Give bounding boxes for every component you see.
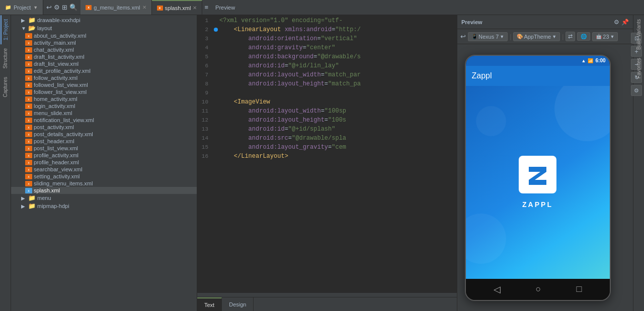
- xml-icon-post-list: x: [25, 146, 32, 151]
- xml-icon-activity-main: x: [25, 40, 32, 46]
- tree-item-about-us[interactable]: x about_us_activity.xml: [11, 32, 197, 39]
- code-line-3: 3 android:orientation="vertical": [197, 34, 457, 43]
- tree-item-chat-label: chat_activity.xml: [34, 47, 74, 53]
- project-tab[interactable]: 📁 Project ▼: [0, 0, 43, 15]
- tree-item-home[interactable]: x home_activity.xml: [11, 95, 197, 102]
- nav-back-icon[interactable]: ◁: [494, 284, 501, 295]
- toolbar-icon-3[interactable]: ⊞: [62, 4, 67, 11]
- code-line-9: 9: [197, 88, 457, 97]
- left-tab-captures[interactable]: Captures: [1, 73, 10, 101]
- code-line-11: 11 android:layout_width="100sp: [197, 107, 457, 116]
- bottom-tab-design[interactable]: Design: [222, 297, 254, 311]
- editor-tab-splash-close[interactable]: ✕: [193, 5, 197, 11]
- code-line-12: 12 android:layout_height="100s: [197, 116, 457, 125]
- toolbar-icon-4[interactable]: 🔍: [69, 4, 77, 11]
- preview-sep2: |: [562, 33, 564, 40]
- api-selector[interactable]: 🤖 23 ▼: [592, 32, 618, 41]
- xml-icon-chat: x: [25, 47, 32, 53]
- tree-item-mipmap-hdpi[interactable]: ▶ 📁 mipmap-hdpi: [11, 202, 197, 210]
- tree-item-followed-list-label: followed_list_view.xml: [34, 82, 88, 88]
- editor-tab-g-menu[interactable]: x g_menu_items.xml ✕: [80, 0, 151, 15]
- preview-zoom-out[interactable]: −: [631, 59, 633, 70]
- tree-item-splash[interactable]: x splash.xml: [11, 187, 197, 194]
- right-tab-build-variants[interactable]: Build Variants: [634, 15, 643, 54]
- tree-item-draft-list-act-label: draft_list_activity.xml: [34, 54, 85, 60]
- code-line-14: 14 android:src="@drawable/spla: [197, 134, 457, 143]
- tree-item-post-list[interactable]: x post_list_view.xml: [11, 145, 197, 152]
- tree-item-sliding-menu[interactable]: x sliding_menu_items.xml: [11, 180, 197, 187]
- xml-icon-menu-slide: x: [25, 111, 32, 116]
- right-tab-favorites[interactable]: Favorites: [634, 54, 643, 82]
- tablet-icon: 📱: [471, 34, 477, 39]
- preview-header-icons: ⚙ 📌: [614, 19, 629, 26]
- xml-icon-about-us: x: [25, 33, 32, 39]
- tree-item-chat[interactable]: x chat_activity.xml: [11, 46, 197, 53]
- toolbar-icon-1[interactable]: ↩: [46, 4, 52, 11]
- tree-item-setting-label: setting_activity.xml: [34, 173, 80, 179]
- tree-item-edit-profile[interactable]: x edit_profile_activity.xml: [11, 67, 197, 74]
- tree-item-menu-folder[interactable]: ▶ 📁 menu: [11, 194, 197, 202]
- tree-item-draft-list-act[interactable]: x draft_list_activity.xml: [11, 53, 197, 60]
- tree-item-searchbar[interactable]: x searchbar_view.xml: [11, 166, 197, 173]
- tree-item-activity-main[interactable]: x activity_main.xml: [11, 39, 197, 46]
- tree-item-profile-activity-label: profile_activity.xml: [34, 152, 78, 158]
- tree-item-notification[interactable]: x notification_list_view.xml: [11, 117, 197, 124]
- nav-recents-icon[interactable]: □: [577, 284, 582, 294]
- tree-item-setting[interactable]: x setting_activity.xml: [11, 173, 197, 180]
- left-tab-structure[interactable]: Structure: [1, 44, 10, 73]
- tree-item-follow-label: follow_activity.xml: [34, 75, 77, 81]
- theme-selector[interactable]: 🎨 AppTheme ▼: [513, 32, 560, 41]
- preview-pin-icon[interactable]: 📌: [621, 19, 629, 26]
- tree-item-profile-activity[interactable]: x profile_activity.xml: [11, 152, 197, 159]
- device-selector[interactable]: 📱 Nexus 7 ▼: [468, 32, 508, 41]
- orientation-btn[interactable]: ⇄: [566, 32, 575, 41]
- tree-item-menu-slide-label: menu_slide.xml: [34, 110, 72, 116]
- preview-title: Preview: [461, 19, 482, 25]
- left-tab-project[interactable]: 1: Project: [1, 15, 10, 44]
- folder-layout-icon: 📂: [28, 25, 36, 32]
- tree-item-follow[interactable]: x follow_activity.xml: [11, 74, 197, 81]
- code-line-5: 5 android:background="@drawable/s: [197, 52, 457, 61]
- preview-icon-1[interactable]: ↩: [460, 33, 466, 40]
- editor-tab-g-menu-close[interactable]: ✕: [142, 5, 146, 10]
- xml-icon-splash: x: [25, 188, 32, 193]
- top-bar-overflow-icon[interactable]: ≡: [204, 4, 208, 11]
- preview-settings-icon[interactable]: ⚙: [614, 19, 619, 26]
- locale-selector[interactable]: 🌐: [577, 32, 590, 41]
- tree-item-post-details[interactable]: x post_details_activity.xml: [11, 131, 197, 138]
- tree-arrow-drawable: ▶: [21, 18, 28, 23]
- theme-dropdown-icon: ▼: [552, 34, 556, 39]
- code-line-10: 10 <ImageView: [197, 97, 457, 107]
- nav-home-icon[interactable]: ○: [536, 284, 541, 294]
- toolbar-icon-2[interactable]: ⚙: [54, 4, 60, 11]
- preview-zoom-in[interactable]: +: [631, 46, 633, 57]
- tree-item-post-activity[interactable]: x post_activity.xml: [11, 124, 197, 131]
- tree-item-sliding-menu-label: sliding_menu_items.xml: [34, 180, 93, 186]
- tree-item-post-header[interactable]: x post_header.xml: [11, 138, 197, 145]
- preview-refresh[interactable]: ↻: [631, 72, 633, 83]
- signal-icon: 📶: [588, 58, 593, 63]
- tree-item-draft-list-view[interactable]: x draft_list_view.xml: [11, 60, 197, 67]
- tree-item-menu-slide[interactable]: x menu_slide.xml: [11, 110, 197, 117]
- code-line-13: 13 android:id="@+id/splash": [197, 125, 457, 134]
- xml-icon-follow: x: [25, 75, 32, 81]
- code-line-2: 2 <LinearLayout xmlns:android="http:/: [197, 25, 457, 34]
- tree-item-layout[interactable]: ▼ 📂 layout: [11, 24, 197, 32]
- preview-tab[interactable]: Preview: [209, 0, 241, 15]
- tree-item-post-header-label: post_header.xml: [34, 138, 74, 144]
- tree-item-about-us-label: about_us_activity.xml: [34, 33, 86, 39]
- locale-icon: 🌐: [581, 34, 587, 39]
- tree-item-draft-list-view-label: draft_list_view.xml: [34, 61, 78, 67]
- tree-item-layout-label: layout: [37, 25, 52, 31]
- device-name: Nexus 7: [478, 34, 499, 40]
- xml-icon-profile-header: x: [25, 160, 32, 165]
- tree-item-drawable-xxxhdpi[interactable]: ▶ 📁 drawable-xxxhdpi: [11, 16, 197, 24]
- tree-item-profile-header[interactable]: x profile_header.xml: [11, 159, 197, 166]
- tree-item-follower-list[interactable]: x follower_list_view.xml: [11, 88, 197, 95]
- tree-item-activity-main-label: activity_main.xml: [34, 40, 76, 46]
- tree-item-login[interactable]: x login_activity.xml: [11, 102, 197, 110]
- preview-screenshot[interactable]: ⚙: [631, 85, 633, 96]
- bottom-tab-text[interactable]: Text: [197, 297, 222, 311]
- tree-item-followed-list[interactable]: x followed_list_view.xml: [11, 81, 197, 88]
- editor-tab-splash[interactable]: x splash.xml ✕: [152, 0, 203, 15]
